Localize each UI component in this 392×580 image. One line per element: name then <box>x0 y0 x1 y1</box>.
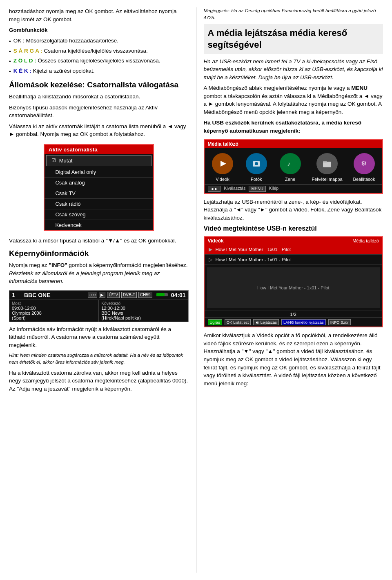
media-p3: Ha USB eszközök kerülnek csatlakoztatásr… <box>204 119 383 135</box>
info-btn[interactable]: INFO Szűr <box>328 319 351 325</box>
media-icon-felvtel-mappa[interactable]: Felvétel mappa <box>312 153 342 182</box>
menu-title: Aktív csatornalista <box>45 145 153 154</box>
menu-item-csak-radio[interactable]: Csak rádió <box>45 199 153 209</box>
gomb-zold-text: Z Ö L D : Összes csatorna kijelölése/kij… <box>13 57 160 66</box>
info-icon-utv: Ú/TV <box>107 292 120 298</box>
check-icon <box>49 211 52 217</box>
bullet-dot: • <box>9 68 11 76</box>
video-thumbnail: How I Met Your Mother - 1x01 - Pilot <box>207 267 380 308</box>
video-box-header: Videók Média tallózó <box>205 237 383 244</box>
menu-item-label: Mutat <box>59 158 73 164</box>
media-icon-zene[interactable]: ♪ Zene <box>278 153 303 182</box>
menu-item-label: Csak TV <box>55 190 76 196</box>
lejatszas-btn[interactable]: ⏯ Lejátszás <box>253 319 279 325</box>
gomb-sargan-text: S Á R G A : Csatorna kijelölése/kijelölé… <box>13 47 148 56</box>
media-p3-bold: Ha USB eszközök kerülnek csatlakoztatásr… <box>204 120 361 134</box>
kepernyo-heading: Képernyőinformációk <box>9 249 189 259</box>
menu-item-label: Csak szöveg <box>55 211 85 218</box>
video-counter: 1/2 <box>205 311 383 318</box>
media-icon-videok[interactable]: Videók <box>210 153 235 182</box>
menu-item-csak-analog[interactable]: Csak analóg <box>45 178 153 188</box>
menu-item-csak-szoveg[interactable]: Csak szöveg <box>45 209 153 220</box>
svg-point-7 <box>284 157 297 170</box>
kepernyo-p1: Nyomja meg az "INFO" gombot a képernyőin… <box>9 261 189 285</box>
info-label-kovetkezo: Következő: <box>101 301 185 306</box>
menu-item-csak-tv[interactable]: Csak TV <box>45 188 153 199</box>
gomb-kek: • K É K : Kijelzi a szűrési opciókat. <box>9 67 189 76</box>
check-icon <box>49 190 52 196</box>
info-bold: "INFO" <box>49 262 67 268</box>
ugras-btn[interactable]: Ugrás <box>208 319 222 325</box>
menu-item-label: Digital Aerial only <box>55 169 96 175</box>
check-icon: ☑ <box>51 158 56 163</box>
menu-item-mutat[interactable]: ☑ Mutat <box>46 155 151 166</box>
info-icon-ccc: ccc <box>88 292 97 298</box>
menu-btn[interactable]: MENU <box>249 186 265 192</box>
zene-label: Zene <box>285 177 295 182</box>
intro-para: hozzáadáshoz nyomja meg az OK gombot. Az… <box>9 7 189 23</box>
kepernyo-italic: Részletek az állomásról és a jelenlegi p… <box>9 270 160 284</box>
info-bar-progress <box>156 292 168 298</box>
info-channel-name: BBC ONE <box>24 292 85 298</box>
kepernyo-p4: Ha a kiválasztott csatorna zárolva van, … <box>9 369 189 393</box>
allomas-heading: Állomások kezelése: Csatornalista váloga… <box>9 80 189 90</box>
video-list-item-2[interactable]: ▷ How I Met Your Mother - 1x01 - Pilot <box>205 255 383 265</box>
info-icon-ch: CH59 <box>138 292 152 298</box>
allomas-p4: Válassza ki a műsor típusát a listából a… <box>9 237 189 245</box>
left-column: hozzáadáshoz nyomja meg az OK gombot. Az… <box>9 7 189 573</box>
info-label-most: Most <box>12 301 96 306</box>
media-p4: Lejátszhatja az USB-memóriáról a zene-, … <box>204 198 383 222</box>
check-icon <box>49 180 52 185</box>
info-channel-number: 1 <box>12 292 21 298</box>
video-title-1: How I Met Your Mother - 1x01 - Pilot <box>216 247 375 252</box>
bullet-dot: • <box>9 58 11 66</box>
media-p1: Ha az USB-eszközt nem ismeri fel a TV a … <box>204 58 383 82</box>
info-prog1: Olympics 2008 <box>12 311 96 316</box>
gomb-list: • OK : Műsorszolgáltató hozzáadása/törlé… <box>9 37 189 76</box>
allomas-p1: Beállíthatja a kilistázandó műsorokat a … <box>9 93 189 101</box>
svg-rect-10 <box>323 162 331 167</box>
info-bar-bottom: Most 09:00-12:00 Olympics 2008 (Sport) K… <box>9 300 188 322</box>
media-icon-fotok[interactable]: Fotók <box>244 153 269 182</box>
info-time2: 12:00-12:30 <box>101 306 185 311</box>
info-time1: 09:00-12:00 <box>12 306 96 311</box>
info-icons: ccc ▶ Ú/TV DVB-T CH59 <box>88 292 167 298</box>
beallitasok-icon: ⚙ <box>354 153 375 174</box>
check-icon <box>49 169 52 175</box>
menu-item-label: Csak analóg <box>55 180 85 186</box>
menu-item-digital-aerial[interactable]: Digital Aerial only <box>45 167 153 178</box>
allomas-p3: Válassza ki az aktív csatornák listáját … <box>9 122 189 138</box>
svg-point-6 <box>255 162 258 165</box>
gomb-heading: Gombfunkciók <box>9 26 189 34</box>
media-browser-title: Média tallózó <box>205 140 383 148</box>
page: hozzáadáshoz nyomja meg az OK gombot. Az… <box>0 0 392 580</box>
videok-label: Videók <box>216 177 229 182</box>
menu-item-kedvencek[interactable]: Kedvencek <box>45 220 153 230</box>
video-heading: Videó megtekintése USB-n keresztül <box>204 225 383 232</box>
kepernyo-p3: Hint: Nem minden csatorna sugározza a mű… <box>9 352 189 365</box>
lang-btn[interactable]: LANG Ismétlő lejátszás <box>281 319 326 325</box>
select-btn[interactable]: ◄► <box>208 186 221 192</box>
video-list-item-1[interactable]: ▶ How I Met Your Mother - 1x01 - Pilot <box>205 244 383 255</box>
right-column: Megjegyzés: Ha az Ország opcióban Franci… <box>204 7 383 573</box>
zene-icon: ♪ <box>280 153 301 174</box>
menu-item-label: Kedvencek <box>55 222 81 228</box>
kepernyo-p2: Az információs sáv információt nyújt a k… <box>9 325 189 349</box>
gomb-ok-text: OK : Műsorszolgáltató hozzáadása/törlése… <box>13 37 118 46</box>
felvtel-mappa-icon <box>316 153 338 174</box>
fotok-icon <box>246 153 267 174</box>
media-icon-beallitasok[interactable]: ⚙ Beállítások <box>352 153 376 182</box>
info-cell-most: Most 09:00-12:00 Olympics 2008 (Sport) <box>9 300 99 322</box>
gomb-sargan: • S Á R G A : Csatorna kijelölése/kijelö… <box>9 47 189 56</box>
svg-rect-11 <box>323 161 327 162</box>
video-box-footer: Ugrás OK Listát ezt ⏯ Lejátszás LANG Ism… <box>205 318 383 327</box>
footer-kilep-label: Kilép <box>269 186 278 192</box>
menu-bold: MENU <box>351 85 368 91</box>
video-thumbnail-label: How I Met Your Mother - 1x01 - Pilot <box>257 285 330 290</box>
ok-btn[interactable]: OK Listát ezt <box>225 319 251 325</box>
videok-icon <box>212 153 233 174</box>
video-box-corner: Média tallózó <box>352 238 379 243</box>
gomb-zold: • Z Ö L D : Összes csatorna kijelölése/k… <box>9 57 189 66</box>
svg-rect-1 <box>156 293 165 296</box>
info-icon-dvbt: DVB-T <box>121 292 137 298</box>
